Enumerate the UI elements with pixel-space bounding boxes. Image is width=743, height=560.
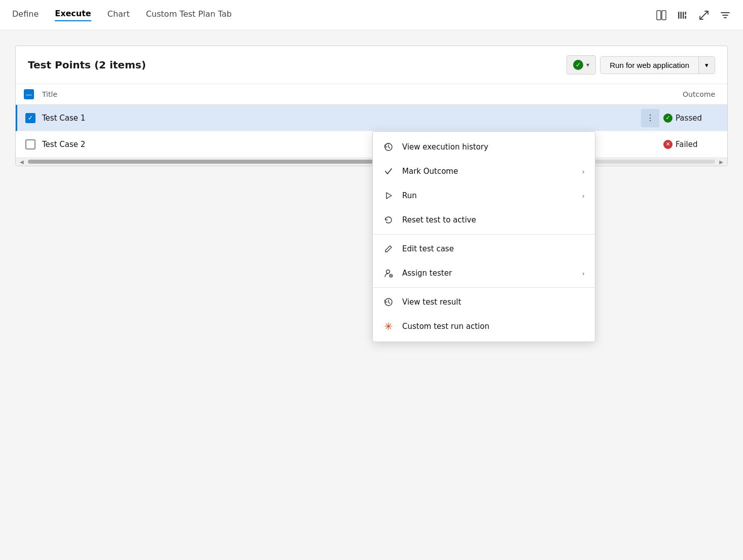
passed-check-icon: ✓: [573, 60, 583, 70]
test-points-panel: Test Points (2 items) ✓ ▾ Run for web ap…: [15, 46, 728, 166]
menu-divider-2: [373, 287, 595, 288]
outcome-filter-button[interactable]: ✓ ▾: [567, 55, 596, 74]
play-icon: [383, 191, 394, 200]
passed-icon: ✓: [663, 114, 673, 123]
row1-title: Test Case 1: [42, 114, 641, 123]
top-navigation: Define Execute Chart Custom Test Plan Ta…: [0, 0, 743, 30]
scroll-right-arrow-icon[interactable]: ▶: [717, 159, 725, 165]
svg-rect-2: [678, 12, 680, 19]
run-for-web-button[interactable]: Run for web application: [600, 57, 698, 73]
menu-divider-1: [373, 234, 595, 235]
row1-outcome-label: Passed: [676, 114, 702, 123]
menu-item-view-execution-history[interactable]: View execution history: [373, 135, 595, 159]
menu-item-view-test-result[interactable]: View test result: [373, 290, 595, 314]
svg-rect-5: [685, 12, 687, 15]
menu-item-run[interactable]: Run ›: [373, 183, 595, 208]
menu-label-view-test-result: View test result: [402, 297, 585, 307]
tab-custom[interactable]: Custom Test Plan Tab: [146, 9, 232, 21]
table-header: — Title Outcome: [16, 84, 727, 105]
filter-icon[interactable]: [720, 10, 731, 21]
panel-title: Test Points (2 items): [28, 59, 146, 71]
svg-point-11: [386, 270, 390, 274]
menu-label-custom-action: Custom test run action: [402, 322, 585, 331]
select-all-checkbox[interactable]: —: [24, 89, 34, 99]
run-button-group: Run for web application ▾: [600, 56, 715, 74]
edit-icon: [383, 244, 394, 253]
tab-execute[interactable]: Execute: [55, 9, 91, 21]
svg-rect-0: [657, 11, 661, 20]
table-row: ✓ Test Case 1 ⋮ ✓ Passed: [16, 105, 727, 131]
menu-item-reset-test[interactable]: Reset test to active: [373, 208, 595, 232]
menu-item-mark-outcome[interactable]: Mark Outcome ›: [373, 159, 595, 183]
header-checkbox-area: —: [24, 89, 42, 99]
svg-rect-1: [662, 11, 666, 20]
nav-tabs: Define Execute Chart Custom Test Plan Ta…: [12, 9, 656, 21]
outcome-filter-chevron-icon: ▾: [586, 61, 589, 68]
svg-rect-4: [683, 12, 684, 19]
view-result-history-icon: [383, 297, 394, 307]
outcome-column-header: Outcome: [683, 90, 715, 98]
menu-label-run: Run: [402, 191, 574, 200]
panel-header: Test Points (2 items) ✓ ▾ Run for web ap…: [16, 46, 727, 84]
menu-item-edit-test[interactable]: Edit test case: [373, 237, 595, 261]
menu-label-mark-outcome: Mark Outcome: [402, 167, 574, 176]
row1-checkbox[interactable]: ✓: [25, 113, 42, 123]
menu-label-edit-test: Edit test case: [402, 244, 585, 253]
row2-outcome-label: Failed: [676, 140, 698, 149]
menu-item-custom-action[interactable]: ✳ Custom test run action: [373, 314, 595, 339]
scroll-track[interactable]: [28, 160, 716, 164]
tab-chart[interactable]: Chart: [108, 9, 130, 21]
header-controls: ✓ ▾ Run for web application ▾: [567, 55, 715, 74]
panels-toggle-icon[interactable]: [656, 10, 667, 21]
svg-rect-6: [685, 16, 687, 19]
scroll-left-arrow-icon[interactable]: ◀: [18, 159, 26, 165]
title-column-header: Title: [42, 90, 683, 98]
menu-item-assign-tester[interactable]: Assign tester ›: [373, 261, 595, 285]
svg-marker-10: [386, 193, 392, 199]
row2-outcome: ✕ Failed: [663, 140, 719, 149]
assign-tester-icon: [383, 268, 394, 278]
checkbox-unchecked-icon[interactable]: [25, 139, 36, 150]
main-content: Test Points (2 items) ✓ ▾ Run for web ap…: [0, 30, 743, 181]
svg-rect-3: [681, 12, 682, 19]
row2-checkbox[interactable]: [25, 139, 42, 150]
mark-outcome-submenu-icon: ›: [582, 168, 585, 175]
menu-label-assign-tester: Assign tester: [402, 269, 574, 278]
expand-icon[interactable]: [698, 10, 710, 21]
table-row: Test Case 2 ✕ Failed: [16, 131, 727, 158]
run-dropdown-chevron-icon[interactable]: ▾: [698, 57, 715, 73]
history-icon: [383, 142, 394, 152]
reset-icon: [383, 215, 394, 225]
assign-tester-submenu-icon: ›: [582, 270, 585, 277]
nav-icon-group: [656, 10, 731, 21]
check-icon: [383, 167, 394, 176]
menu-label-view-execution-history: View execution history: [402, 142, 585, 152]
asterisk-icon: ✳: [383, 320, 394, 332]
columns-icon[interactable]: [677, 10, 688, 21]
tab-define[interactable]: Define: [12, 9, 39, 21]
row1-more-button[interactable]: ⋮: [641, 109, 659, 127]
row1-outcome: ✓ Passed: [663, 114, 719, 123]
checkbox-checked-icon[interactable]: ✓: [25, 113, 36, 123]
menu-label-reset-test: Reset test to active: [402, 215, 585, 225]
failed-icon: ✕: [663, 140, 673, 149]
horizontal-scrollbar[interactable]: ◀ ▶: [16, 158, 727, 166]
context-menu: View execution history Mark Outcome ›: [372, 131, 595, 342]
run-submenu-icon: ›: [582, 192, 585, 200]
